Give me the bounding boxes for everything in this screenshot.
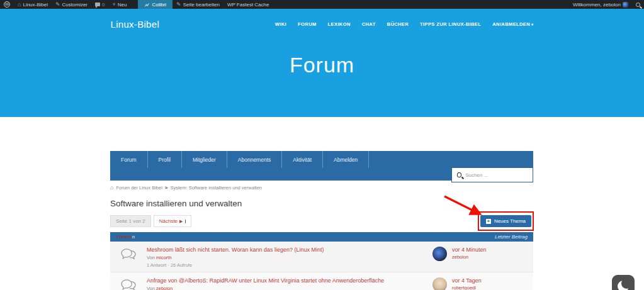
forum-search <box>451 167 533 182</box>
dark-mode-toggle[interactable] <box>612 275 635 290</box>
chevron-right-icon: > <box>165 185 168 191</box>
comment-icon <box>95 3 100 6</box>
topic-title-link[interactable]: Anfrage von @AlbertoS: RapidRAW unter Li… <box>147 277 427 284</box>
skip-forward-icon: ▶ <box>179 219 183 223</box>
welcome-text: Willkommen, zebolon <box>573 2 621 8</box>
next-page-button[interactable]: Nächste ▶ <box>154 215 192 227</box>
new-topic-button[interactable]: + Neues Thema <box>480 215 531 227</box>
forum-tab-aktivitaet[interactable]: Aktivität <box>282 151 323 168</box>
column-header-themen: Themen <box>116 234 135 240</box>
section-heading: Software installieren und verwalten <box>110 199 533 208</box>
topic-author-link[interactable]: micorth <box>156 255 172 260</box>
admin-avatar <box>623 2 628 8</box>
admin-new-link[interactable]: + Neu <box>108 0 130 9</box>
admin-site-link[interactable]: ⌂ Linux-Bibel <box>14 0 52 9</box>
admin-colibri-link[interactable]: Colibri <box>138 0 172 9</box>
nav-item-wiki[interactable]: WIKI <box>275 21 286 27</box>
last-post-time-link[interactable]: vor 4 Minuten <box>452 247 487 253</box>
pencil-icon: ✎ <box>55 2 60 8</box>
chevron-down-icon: ▾ <box>531 23 533 26</box>
main-nav: WIKI FORUM LEXIKON CHAT BÜCHER TIPPS ZUR… <box>275 21 534 27</box>
home-icon: ⌂ <box>18 2 21 8</box>
page-info: Seite 1 von 2 <box>110 215 151 227</box>
forum-tab-abonnements[interactable]: Abonnements <box>227 151 282 168</box>
forum-tab-profil[interactable]: Profil <box>148 151 182 168</box>
wp-admin-bar: W ⌂ Linux-Bibel ✎ Customizer 0 + Neu Col… <box>0 0 644 9</box>
pagination: Seite 1 von 2 Nächste ▶ <box>110 215 191 227</box>
comments-count: 0 <box>102 2 105 8</box>
search-icon <box>457 172 461 177</box>
nav-item-tipps[interactable]: TIPPS ZUR LINUX-BIBEL <box>420 21 481 27</box>
admin-site-name: Linux-Bibel <box>23 2 48 8</box>
admin-customizer-link[interactable]: ✎ Customizer <box>52 0 91 9</box>
colibri-bird-icon <box>144 2 150 8</box>
admin-search-button[interactable] <box>632 0 644 9</box>
nav-item-chat[interactable]: CHAT <box>362 21 376 27</box>
site-logo[interactable]: Linux-Bibel <box>111 19 160 30</box>
wp-logo-menu[interactable]: W <box>0 0 14 9</box>
search-input[interactable] <box>465 172 528 178</box>
breadcrumb-root-link[interactable]: Forum der Linux Bibel <box>116 185 162 191</box>
topic-author-link[interactable]: zebolon <box>156 286 172 290</box>
table-header: Themen Letzter Beitrag <box>110 232 533 242</box>
forum-nav-bar: Forum Profil Mitglieder Abonnements Akti… <box>110 151 533 181</box>
skip-forward-bar <box>185 220 186 223</box>
wordpress-icon: W <box>4 1 10 8</box>
nav-item-forum[interactable]: FORUM <box>298 21 317 27</box>
column-header-letzter-beitrag: Letzter Beitrag <box>495 234 528 240</box>
nav-item-anabmelden[interactable]: AN/ABMELDEN▾ <box>492 21 533 27</box>
topic-stats: 1 Antwort · 26 Aufrufe <box>147 262 427 268</box>
search-icon <box>636 3 640 7</box>
pencil-icon: ✎ <box>176 2 181 8</box>
last-post-time-link[interactable]: vor 4 Tagen <box>452 277 482 284</box>
breadcrumb-current: System: Software installieren und verwal… <box>170 185 262 191</box>
home-icon: ⌂ <box>110 184 113 191</box>
avatar[interactable] <box>432 247 447 261</box>
plus-icon: + <box>486 219 491 224</box>
find-highlight: Theme <box>116 234 132 240</box>
page-title: Forum <box>0 53 644 77</box>
plus-icon: + <box>112 2 115 8</box>
site-header: Linux-Bibel WIKI FORUM LEXIKON CHAT BÜCH… <box>0 9 644 117</box>
admin-edit-page-link[interactable]: ✎ Seite bearbeiten <box>172 0 223 9</box>
forum-tab-forum[interactable]: Forum <box>110 151 148 168</box>
topics-table: Themen Letzter Beitrag Meshroom läßt sic… <box>110 232 533 290</box>
moon-icon <box>618 281 629 290</box>
forum-tab-abmelden[interactable]: Abmelden <box>323 151 369 168</box>
last-post-author-link[interactable]: robertgoedl <box>452 285 482 290</box>
table-row: Anfrage von @AlbertoS: RapidRAW unter Li… <box>110 272 533 290</box>
nav-item-buecher[interactable]: BÜCHER <box>387 21 409 27</box>
content-area: Forum Profil Mitglieder Abonnements Akti… <box>110 151 533 290</box>
admin-account-link[interactable]: Willkommen, zebolon <box>569 0 632 9</box>
last-post-author-link[interactable]: zebolon <box>452 254 487 260</box>
admin-comments-link[interactable]: 0 <box>91 0 108 9</box>
comments-icon <box>121 279 137 290</box>
breadcrumb: ⌂ Forum der Linux Bibel > System: Softwa… <box>110 184 533 191</box>
avatar[interactable] <box>432 277 447 290</box>
table-row: Meshroom läßt sich nicht starten. Woran … <box>110 242 533 272</box>
forum-tab-mitglieder[interactable]: Mitglieder <box>182 151 227 168</box>
admin-cache-link[interactable]: WP Fastest Cache <box>223 0 273 9</box>
nav-item-lexikon[interactable]: LEXIKON <box>328 21 351 27</box>
comments-icon <box>121 248 137 260</box>
topic-title-link[interactable]: Meshroom läßt sich nicht starten. Woran … <box>147 246 427 254</box>
